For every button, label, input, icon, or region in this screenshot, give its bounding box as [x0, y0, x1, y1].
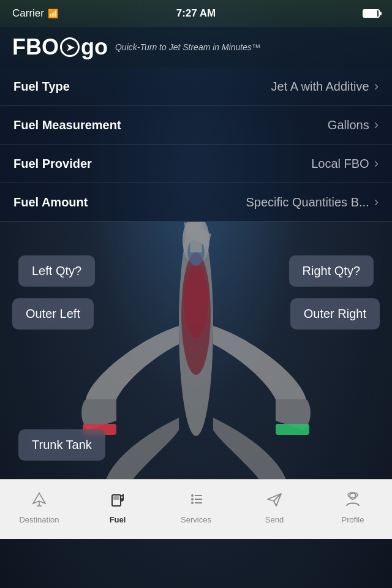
tab-bar: Destination Fuel Services — [0, 479, 392, 539]
fuel-amount-label: Fuel Amount — [13, 195, 88, 209]
chevron-right-icon: › — [374, 194, 379, 210]
battery-icon — [363, 9, 380, 18]
outer-left-button[interactable]: Outer Left — [12, 298, 94, 330]
chevron-right-icon: › — [374, 78, 379, 94]
tab-profile[interactable]: Profile — [314, 480, 392, 539]
fuel-provider-row[interactable]: Fuel Provider Local FBO › — [0, 145, 392, 183]
fuel-amount-value: Specific Quantities B... › — [246, 194, 379, 210]
fuel-type-label: Fuel Type — [13, 80, 70, 94]
chevron-right-icon: › — [374, 117, 379, 133]
status-time: 7:27 AM — [176, 7, 216, 20]
wifi-icon: 📶 — [48, 9, 58, 18]
tab-destination[interactable]: Destination — [0, 480, 78, 539]
svg-point-3 — [184, 265, 208, 338]
tab-send[interactable]: Send — [235, 480, 314, 539]
svg-rect-6 — [276, 424, 309, 435]
tab-send-label: Send — [265, 515, 284, 524]
fuel-type-row[interactable]: Fuel Type Jet A with Additive › — [0, 67, 392, 106]
logo-circle-icon: ➤ — [60, 37, 80, 57]
tab-services-label: Services — [181, 515, 211, 524]
logo: FBO ➤ go — [12, 34, 108, 60]
left-qty-button[interactable]: Left Qty? — [18, 255, 95, 287]
tab-services[interactable]: Services — [157, 480, 235, 539]
fuel-provider-label: Fuel Provider — [13, 157, 92, 171]
tagline: Quick-Turn to Jet Stream in Minutes™ — [115, 42, 260, 52]
fuel-type-value: Jet A with Additive › — [271, 78, 379, 94]
carrier-text: Carrier — [12, 7, 44, 20]
tab-destination-label: Destination — [19, 515, 59, 524]
svg-point-16 — [191, 502, 194, 504]
airplane-diagram: Left Qty? Right Qty? Outer Left Outer Ri… — [0, 222, 392, 479]
status-bar: Carrier 📶 7:27 AM — [0, 0, 392, 27]
fuel-icon — [108, 490, 127, 513]
logo-fbo: FBO — [12, 34, 59, 60]
fuel-measurement-value: Gallons › — [328, 117, 379, 133]
airplane-svg — [80, 222, 312, 479]
profile-icon — [344, 490, 362, 513]
svg-point-14 — [191, 498, 194, 500]
tab-fuel-label: Fuel — [110, 515, 126, 524]
logo-arrow-icon: ➤ — [66, 42, 74, 53]
services-icon — [187, 490, 205, 513]
destination-icon — [30, 490, 48, 513]
outer-right-button[interactable]: Outer Right — [290, 298, 380, 330]
battery-indicator — [363, 9, 380, 18]
fuel-provider-value: Local FBO › — [311, 156, 379, 172]
tab-profile-label: Profile — [342, 515, 364, 524]
app-header: FBO ➤ go Quick-Turn to Jet Stream in Min… — [0, 27, 392, 67]
tab-fuel[interactable]: Fuel — [78, 480, 157, 539]
svg-point-12 — [191, 494, 194, 497]
carrier-label: Carrier 📶 — [12, 7, 58, 20]
logo-go: go — [81, 34, 108, 60]
chevron-right-icon: › — [374, 156, 379, 172]
svg-point-19 — [350, 493, 356, 499]
send-icon — [265, 490, 284, 513]
menu-section: Fuel Type Jet A with Additive › Fuel Mea… — [0, 67, 392, 222]
fuel-measurement-row[interactable]: Fuel Measurement Gallons › — [0, 106, 392, 145]
fuel-amount-row[interactable]: Fuel Amount Specific Quantities B... › — [0, 183, 392, 222]
trunk-tank-button[interactable]: Trunk Tank — [18, 429, 105, 461]
fuel-measurement-label: Fuel Measurement — [13, 118, 121, 132]
right-qty-button[interactable]: Right Qty? — [289, 255, 374, 287]
svg-rect-10 — [113, 496, 119, 500]
